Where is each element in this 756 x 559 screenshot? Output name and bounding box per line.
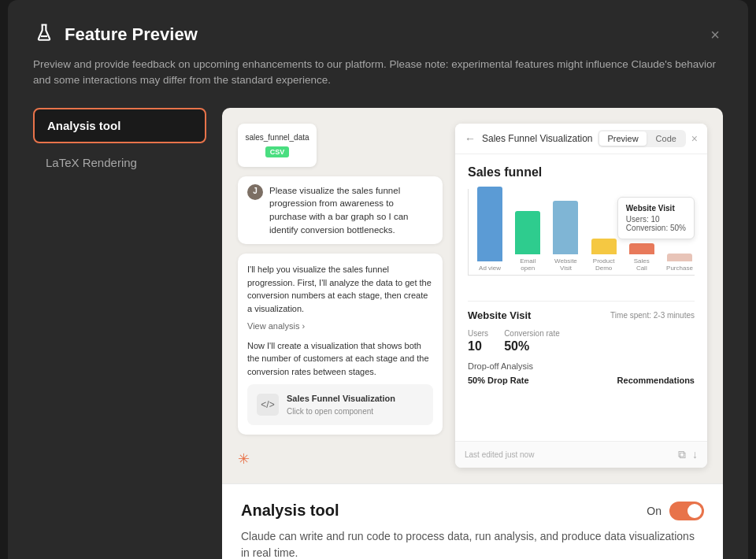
wv-bottom: 50% Drop Rate Recommendations — [468, 376, 695, 385]
chart-title: Sales funnel — [468, 165, 695, 180]
file-type-badge: CSV — [265, 146, 290, 157]
viz-footer: Last edited just now ⧉ ↓ — [455, 441, 707, 468]
assistant-message: I'll help you visualize the sales funnel… — [238, 254, 443, 435]
code-icon: </> — [257, 394, 279, 416]
modal-subtitle: Preview and provide feedback on upcoming… — [33, 57, 723, 89]
viz-panel: ← Sales Funnel Visualization Preview Cod… — [455, 124, 707, 468]
sidebar-item-analysis-tool[interactable]: Analysis tool — [33, 108, 206, 143]
bar-group-purchase: Purchase — [665, 254, 695, 272]
bar-group-sales-call: SalesCall — [627, 243, 657, 272]
tooltip-title: Website Visit — [626, 204, 686, 213]
bar-chart-area: Ad view Emailopen Websit — [468, 189, 695, 291]
copy-icon[interactable]: ⧉ — [678, 448, 686, 461]
component-info: Sales Funnel Visualization Click to open… — [287, 392, 395, 417]
bar-group-website-visit: WebsiteVisit — [550, 201, 580, 272]
content-area: sales_funnel_data CSV J Please visualize… — [222, 108, 723, 560]
assistant-message-text-2: Now I'll create a visualization that sho… — [247, 339, 433, 379]
user-message: J Please visualize the sales funnel prog… — [238, 176, 443, 245]
viz-topbar-left: ← Sales Funnel Visualization — [465, 132, 593, 145]
preview-section: sales_funnel_data CSV J Please visualize… — [222, 108, 723, 483]
bar-purchase — [667, 254, 692, 261]
wv-dropoff-label: Drop-off Analysis — [468, 361, 695, 371]
wv-metrics: Users 10 Conversion rate 50% — [468, 329, 695, 354]
tooltip-users: Users: 10 — [626, 215, 686, 224]
description-section: Analysis tool On Claude can write and ru… — [222, 483, 723, 559]
assistant-message-text-1: I'll help you visualize the sales funnel… — [247, 263, 433, 315]
bar-label-product-demo: ProductDemo — [593, 257, 615, 272]
file-name: sales_funnel_data — [245, 133, 309, 142]
chart-tooltip: Website Visit Users: 10 Conversion: 50% — [617, 197, 695, 239]
viz-tab-code[interactable]: Code — [648, 131, 684, 146]
bar-group-ad-view: Ad view — [475, 187, 505, 272]
user-message-text: Please visualize the sales funnel progre… — [269, 184, 433, 237]
user-avatar: J — [247, 184, 263, 200]
file-card: sales_funnel_data CSV — [238, 124, 317, 167]
wv-conversion-value: 50% — [504, 339, 560, 354]
chat-panel: sales_funnel_data CSV J Please visualize… — [238, 124, 443, 468]
wv-metric-conversion: Conversion rate 50% — [504, 329, 560, 354]
toggle-label: On — [647, 505, 662, 517]
flask-icon — [33, 22, 55, 47]
close-button[interactable]: × — [707, 24, 723, 46]
bar-ad-view — [477, 187, 502, 261]
bar-label-email-open: Emailopen — [520, 257, 536, 272]
toggle-slider — [669, 502, 704, 520]
wv-users-value: 10 — [468, 339, 488, 354]
wv-title: Website Visit — [468, 309, 531, 321]
component-name: Sales Funnel Visualization — [287, 392, 395, 405]
wv-recommendations: Recommendations — [617, 376, 695, 385]
loading-icon: ✳ — [238, 450, 443, 468]
viz-content: Sales funnel Ad view — [455, 154, 707, 441]
wv-time: Time spent: 2-3 minutes — [610, 311, 695, 320]
tooltip-conversion: Conversion: 50% — [626, 224, 686, 232]
bar-website-visit — [553, 201, 578, 254]
sidebar-item-latex-rendering[interactable]: LaTeX Rendering — [33, 146, 206, 179]
bar-group-email-open: Emailopen — [513, 211, 543, 272]
bar-label-purchase: Purchase — [666, 265, 693, 272]
bar-label-sales-call: SalesCall — [634, 257, 650, 272]
wv-users-label: Users — [468, 329, 488, 338]
toggle-switch[interactable] — [669, 502, 704, 520]
desc-title: Analysis tool — [241, 502, 339, 520]
desc-text: Claude can write and run code to process… — [241, 528, 704, 559]
bar-product-demo — [591, 239, 617, 254]
wv-conversion-label: Conversion rate — [504, 329, 560, 338]
modal: Feature Preview × Preview and provide fe… — [8, 0, 748, 559]
viz-tab-preview[interactable]: Preview — [599, 131, 646, 146]
bar-label-ad-view: Ad view — [479, 265, 501, 272]
viz-topbar: ← Sales Funnel Visualization Preview Cod… — [455, 124, 707, 154]
wv-drop-rate: 50% Drop Rate — [468, 376, 529, 385]
bar-email-open — [515, 211, 540, 254]
wv-metric-users: Users 10 — [468, 329, 488, 354]
viz-back-button[interactable]: ← — [465, 132, 476, 145]
view-analysis-link[interactable]: View analysis — [247, 320, 433, 333]
bar-group-product-demo: ProductDemo — [589, 239, 619, 272]
modal-header: Feature Preview × — [33, 22, 723, 47]
website-visit-section: Website Visit Time spent: 2-3 minutes Us… — [468, 301, 695, 385]
sidebar: Analysis tool LaTeX Rendering — [33, 108, 206, 560]
download-icon[interactable]: ↓ — [692, 448, 698, 461]
modal-body: Analysis tool LaTeX Rendering sales_funn… — [33, 108, 723, 560]
toggle-row: On — [647, 502, 704, 520]
modal-title: Feature Preview — [65, 24, 198, 45]
bar-label-website-visit: WebsiteVisit — [554, 257, 577, 272]
viz-close-button[interactable]: × — [691, 132, 698, 145]
desc-row: Analysis tool On — [241, 502, 704, 520]
bar-sales-call — [629, 243, 654, 254]
title-row: Feature Preview — [33, 22, 198, 47]
viz-footer-icons: ⧉ ↓ — [678, 448, 698, 461]
viz-footer-text: Last edited just now — [465, 450, 534, 459]
viz-title: Sales Funnel Visualization — [482, 133, 593, 144]
viz-tabs: Preview Code — [598, 130, 685, 147]
wv-header: Website Visit Time spent: 2-3 minutes — [468, 309, 695, 321]
component-card[interactable]: </> Sales Funnel Visualization Click to … — [247, 384, 433, 425]
component-hint: Click to open component — [287, 405, 395, 417]
